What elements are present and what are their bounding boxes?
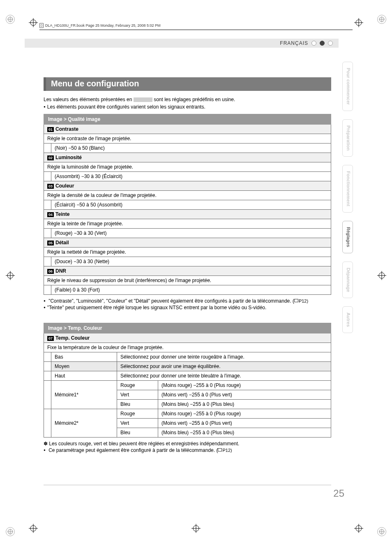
item-name: Temp. Couleur [55, 335, 90, 341]
item-name: Couleur [55, 183, 74, 189]
spacer-cell [44, 257, 51, 266]
channel-name: Rouge [117, 381, 158, 390]
spacer-cell [44, 362, 51, 371]
item-range: (Assombrit) −30 à 30 (Éclaircit) [51, 172, 331, 181]
intro-after: sont les réglages prédéfinis en usine. [152, 97, 235, 102]
side-tab: Réglages [342, 221, 353, 253]
item-desc: Règle la luminosité de l'image projetée. [44, 162, 331, 172]
footnote-rgb: Les couleurs rouge, vert et bleu peuvent… [44, 441, 331, 447]
spacer-cell [44, 172, 51, 181]
section-title: Menu de configuration [44, 77, 331, 91]
memory-label: Mémoire1* [51, 381, 117, 409]
lang-dot-active [320, 41, 325, 46]
footer-rule [44, 485, 331, 485]
language-label: FRANÇAIS [280, 40, 308, 46]
crop-mark-icon [29, 524, 38, 533]
note-teinte-ntsc: "Teinte" peut uniquement être réglé lors… [44, 305, 331, 310]
item-number: 06 [47, 269, 54, 274]
registration-mark-icon [6, 527, 15, 536]
crop-mark-icon [354, 18, 363, 27]
channel-range: (Moins bleu) −255 à 0 (Plus bleu) [158, 400, 331, 409]
channel-range: (Moins vert) −255 à 0 (Plus vert) [158, 390, 331, 400]
item-number: 03 [47, 184, 54, 189]
spacer-cell [44, 144, 51, 153]
spacer-cell [44, 409, 51, 438]
registration-mark-icon [377, 527, 386, 536]
item-number: 07 [47, 336, 54, 341]
crop-mark-icon [354, 524, 363, 533]
item-range: (Douce) −30 à 30 (Nette) [51, 257, 331, 266]
channel-name: Bleu [117, 400, 158, 409]
item-header: 01Contraste [44, 125, 331, 134]
note-remote-config: "Contraste", "Luminosité", "Couleur" et … [44, 298, 331, 304]
option-desc: Sélectionnez pour donner une teinte bleu… [117, 371, 331, 381]
channel-name: Rouge [117, 409, 158, 419]
side-tab: Dépannage [342, 262, 353, 298]
side-tab: Pour commencer [342, 62, 353, 111]
channel-range: (Moins rouge) −255 à 0 (Plus rouge) [158, 381, 331, 390]
spacer-cell [44, 200, 51, 210]
page-number: 25 [333, 488, 344, 499]
item-desc: Règle le contraste de l'image projetée. [44, 134, 331, 144]
item-desc: Règle la netteté de l'image projetée. [44, 248, 331, 257]
registration-mark-icon [377, 15, 386, 24]
side-tab: Préparation [342, 119, 353, 157]
running-head-text: DLA_HD100U_FR.book Page 25 Monday, Febru… [45, 23, 161, 28]
item-range: (Rouge) −30 à 30 (Vert) [51, 229, 331, 238]
table1-header: Image > Qualité image [44, 114, 331, 125]
channel-range: (Moins vert) −255 à 0 (Plus vert) [158, 419, 331, 428]
page-content: Menu de configuration Les valeurs des él… [44, 77, 331, 454]
item-number: 04 [47, 212, 54, 217]
spacer-cell [44, 229, 51, 238]
channel-name: Bleu [117, 428, 158, 438]
item-number: 01 [47, 127, 54, 132]
option-label: Moyen [51, 362, 117, 371]
spacer-cell [44, 371, 51, 381]
config-table-image-quality: Image > Qualité image 01ContrasteRègle l… [44, 114, 331, 295]
item-number: 05 [47, 241, 54, 245]
item-number: 02 [47, 155, 54, 160]
page-ref: P12) [218, 448, 232, 453]
item-header: 03Couleur [44, 181, 331, 191]
item-range: (Faible) 0 à 30 (Fort) [51, 285, 331, 295]
config-table-temp-couleur: Image > Temp. Couleur 07Temp. Couleur Fi… [44, 323, 331, 438]
item-name: Contraste [55, 126, 78, 132]
side-tab: Fonctionnement [342, 165, 353, 213]
item-name: DNR [55, 268, 66, 274]
channel-name: Vert [117, 390, 158, 400]
channel-range: (Moins bleu) −255 à 0 (Plus bleu) [158, 428, 331, 438]
registration-mark-icon [6, 15, 15, 24]
option-desc: Sélectionnez pour avoir une image équili… [117, 362, 331, 371]
item-desc: Règle le niveau de suppression de bruit … [44, 276, 331, 285]
item-header: 04Teinte [44, 210, 331, 219]
crop-mark-icon [377, 271, 386, 280]
item07-row: 07Temp. Couleur [44, 333, 331, 343]
default-value-swatch [134, 97, 152, 102]
item-name: Teinte [55, 211, 69, 217]
spacer-cell [44, 352, 51, 362]
intro-before: Les valeurs des éléments présentées en [44, 97, 134, 102]
intro-bullet: Les éléments pouvant être configurés var… [44, 104, 331, 110]
option-label: Haut [51, 371, 117, 381]
note-remote-config-2: Ce paramétrage peut également être confi… [44, 447, 331, 453]
crop-mark-icon [191, 524, 201, 533]
running-head: DLA_HD100U_FR.book Page 25 Monday, Febru… [39, 23, 161, 28]
language-bar: FRANÇAIS [25, 39, 339, 48]
side-tab: Autres [342, 306, 353, 333]
option-label: Bas [51, 352, 117, 362]
book-icon [294, 299, 298, 302]
channel-name: Vert [117, 419, 158, 428]
item-header: 02Luminosité [44, 153, 331, 162]
table2-header: Image > Temp. Couleur [44, 323, 331, 333]
header-rule [39, 30, 353, 30]
item-name: Luminosité [55, 155, 82, 160]
crop-mark-icon [6, 271, 15, 280]
book-icon [39, 23, 44, 28]
item-name: Détail [55, 240, 69, 245]
item-header: 06DNR [44, 266, 331, 276]
intro-line: Les valeurs des éléments présentées en s… [44, 97, 331, 102]
side-tabs: Pour commencerPréparationFonctionnementR… [342, 62, 353, 333]
spacer-cell [44, 381, 51, 409]
spacer-cell [44, 285, 51, 295]
item07-desc: Fixe la température de la couleur de l'i… [44, 343, 331, 352]
